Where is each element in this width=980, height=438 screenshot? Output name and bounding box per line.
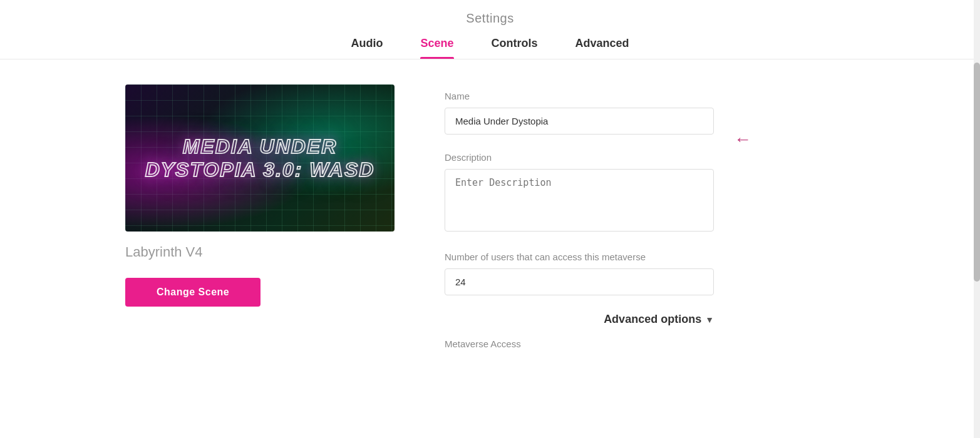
name-label: Name [445,91,917,101]
advanced-options-label: Advanced options [604,313,701,326]
scrollbar-thumb[interactable] [974,63,980,282]
scrollbar[interactable] [974,0,980,438]
tab-audio[interactable]: Audio [351,37,383,59]
name-input-wrapper: ← [445,108,714,135]
users-label: Number of users that can access this met… [445,252,917,262]
right-panel: Name ← Description Number of users that … [445,84,917,416]
tab-controls[interactable]: Controls [492,37,538,59]
scene-thumbnail: MEDIA UNDER DYSTOPIA 3.0: WASD [125,84,395,232]
description-textarea[interactable] [445,169,714,232]
change-scene-button[interactable]: Change Scene [125,278,260,307]
metaverse-access-label: Metaverse Access [445,339,917,349]
description-label: Description [445,152,917,163]
arrow-right-icon: ← [734,131,751,148]
page-title: Settings [0,11,980,26]
users-input[interactable] [445,268,714,295]
tab-nav: Audio Scene Controls Advanced [0,37,980,59]
chevron-down-icon: ▼ [705,315,714,325]
name-field-group: Name ← [445,91,917,135]
left-panel: MEDIA UNDER DYSTOPIA 3.0: WASD Labyrinth… [125,84,395,416]
scene-name: Labyrinth V4 [125,244,395,260]
tab-advanced[interactable]: Advanced [575,37,629,59]
tab-scene[interactable]: Scene [420,37,453,59]
main-content: MEDIA UNDER DYSTOPIA 3.0: WASD Labyrinth… [0,59,980,438]
header: Settings Audio Scene Controls Advanced [0,0,980,59]
scene-image-text: MEDIA UNDER DYSTOPIA 3.0: WASD [125,135,395,181]
users-field-group: Number of users that can access this met… [445,252,917,295]
advanced-options-row: Advanced options ▼ [445,313,714,326]
description-field-group: Description [445,152,917,234]
name-input[interactable] [445,108,714,135]
advanced-options-button[interactable]: Advanced options ▼ [604,313,714,326]
